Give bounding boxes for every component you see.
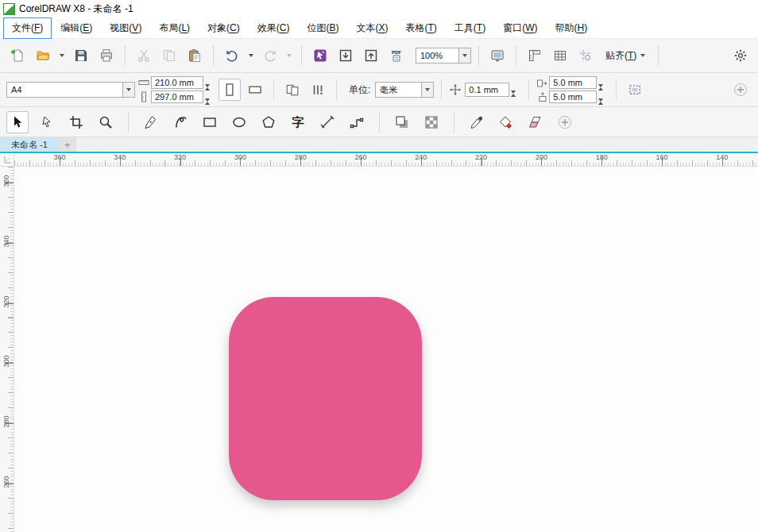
- page-width-icon: [138, 77, 149, 88]
- show-grid-button[interactable]: [549, 44, 571, 67]
- cut-button: [133, 44, 155, 67]
- crop-tool[interactable]: [65, 111, 87, 133]
- open-dropdown[interactable]: [57, 45, 67, 66]
- nudge-offset-field[interactable]: 0.1 mm: [465, 83, 509, 97]
- document-tab[interactable]: 未命名 -1: [0, 137, 59, 152]
- menu-item-8[interactable]: 表格(T): [396, 17, 445, 39]
- page-width-spinner[interactable]: [205, 76, 215, 89]
- separator: [301, 45, 302, 66]
- nudge-offset-icon: [449, 83, 462, 96]
- duplicate-distance-x-spinner[interactable]: [598, 76, 609, 89]
- transparency-tool[interactable]: [420, 111, 443, 133]
- page-size-value[interactable]: A4: [6, 82, 122, 98]
- zoom-tool[interactable]: [95, 111, 117, 133]
- menu-item-9[interactable]: 工具(T): [446, 17, 494, 39]
- drop-shadow-tool[interactable]: [391, 111, 413, 133]
- full-screen-preview-button[interactable]: [486, 44, 509, 67]
- menu-item-3[interactable]: 布局(L): [150, 17, 199, 39]
- zoom-level-combo[interactable]: 100%: [416, 48, 471, 64]
- document-tab-label: 未命名 -1: [11, 139, 48, 151]
- page-size-dropdown[interactable]: [122, 82, 135, 98]
- interactive-fill-tool[interactable]: [495, 111, 517, 133]
- show-guidelines-button[interactable]: [574, 44, 597, 67]
- page-size-combo[interactable]: A4: [6, 82, 135, 98]
- nudge-offset-spinner[interactable]: [511, 83, 521, 97]
- copy-button: [158, 44, 180, 67]
- apply-to-all-pages-button[interactable]: [281, 79, 304, 101]
- separator: [213, 45, 214, 66]
- menu-item-11[interactable]: 帮助(H): [546, 17, 596, 39]
- canvas-shape[interactable]: [229, 297, 422, 500]
- toolbox-quick-customize-button[interactable]: [554, 111, 576, 133]
- horizontal-ruler[interactable]: 360340320300280260240220200180160140: [14, 153, 758, 166]
- menu-item-6[interactable]: 位图(B): [298, 17, 347, 39]
- chevron-down-icon: [462, 54, 467, 57]
- menu-item-7[interactable]: 文本(X): [347, 17, 396, 39]
- zoom-level-dropdown[interactable]: [458, 48, 471, 64]
- page-height-spinner[interactable]: [205, 91, 215, 103]
- plus-circle-icon: [733, 83, 748, 97]
- paste-button[interactable]: [184, 44, 206, 67]
- duplicate-distance-x-field[interactable]: 5.0 mm: [549, 76, 597, 89]
- zoom-level-value[interactable]: 100%: [416, 48, 458, 64]
- main-area: 360340320300280260: [0, 167, 758, 532]
- show-guidelines-icon: [578, 48, 593, 63]
- new-document-button[interactable]: [6, 44, 29, 67]
- show-rulers-button[interactable]: [524, 44, 546, 67]
- new-document-tab-button[interactable]: +: [59, 137, 76, 152]
- duplicate-distance-y-spinner[interactable]: [598, 91, 609, 103]
- menu-item-0[interactable]: 文件(F): [3, 17, 52, 39]
- save-button[interactable]: [70, 44, 92, 67]
- text-tool[interactable]: 字: [287, 111, 309, 133]
- shape-tool[interactable]: [36, 111, 58, 133]
- duplicate-distance-y-field[interactable]: 5.0 mm: [549, 91, 597, 103]
- landscape-icon: [248, 83, 262, 97]
- parallel-dimension-tool[interactable]: [316, 111, 338, 133]
- pick-tool[interactable]: [6, 111, 29, 133]
- page-height-field[interactable]: 297.0 mm: [151, 91, 203, 103]
- polygon-tool[interactable]: [257, 111, 280, 133]
- plus-circle-icon: [558, 115, 572, 129]
- treat-as-filled-button[interactable]: [624, 79, 646, 101]
- export-button[interactable]: [360, 44, 382, 67]
- title-bar: CorelDRAW X8 - 未命名 -1: [0, 0, 758, 17]
- menu-item-5[interactable]: 效果(C): [249, 17, 299, 39]
- publish-to-pdf-button[interactable]: PDF: [385, 44, 408, 67]
- units-combo[interactable]: 毫米: [375, 82, 434, 98]
- quick-customize-button[interactable]: [729, 79, 752, 101]
- artistic-media-tool[interactable]: [169, 111, 191, 133]
- menu-item-1[interactable]: 编辑(E): [52, 17, 101, 39]
- snap-to-button[interactable]: 贴齐(T): [600, 44, 651, 67]
- page-width-field[interactable]: 210.0 mm: [151, 76, 203, 89]
- print-button[interactable]: [95, 44, 118, 67]
- apply-to-current-page-button[interactable]: [307, 79, 329, 101]
- window-title: CorelDRAW X8 - 未命名 -1: [19, 2, 133, 16]
- landscape-button[interactable]: [244, 79, 266, 101]
- svg-text:PDF: PDF: [392, 50, 401, 55]
- units-dropdown[interactable]: [421, 82, 434, 98]
- options-button[interactable]: [729, 44, 752, 67]
- import-button[interactable]: [335, 44, 357, 67]
- menu-item-10[interactable]: 窗口(W): [494, 17, 546, 39]
- open-button[interactable]: [32, 44, 54, 67]
- menu-item-2[interactable]: 视图(V): [101, 17, 150, 39]
- plus-icon: +: [64, 139, 71, 151]
- eraser-tool[interactable]: [524, 111, 547, 133]
- ruler-origin-corner[interactable]: [0, 153, 14, 167]
- rectangle-tool[interactable]: [199, 111, 221, 133]
- color-eyedropper-tool[interactable]: [466, 111, 488, 133]
- shape-tool-icon: [40, 115, 54, 129]
- undo-button[interactable]: [221, 44, 243, 67]
- property-bar: A4 210.0 mm 297.0 mm 单位: 毫米 0.1 mm: [0, 73, 758, 107]
- pen-tool[interactable]: [140, 111, 162, 133]
- portrait-button[interactable]: [219, 79, 241, 101]
- search-content-button[interactable]: [309, 44, 331, 67]
- connector-tool[interactable]: [346, 111, 368, 133]
- undo-dropdown[interactable]: [246, 45, 256, 66]
- vertical-ruler[interactable]: 360340320300280260: [0, 167, 14, 532]
- treat-as-filled-icon: [628, 83, 642, 97]
- ellipse-tool[interactable]: [228, 111, 250, 133]
- menu-item-4[interactable]: 对象(C): [199, 17, 249, 39]
- units-value[interactable]: 毫米: [375, 82, 421, 98]
- drawing-canvas[interactable]: [14, 167, 758, 532]
